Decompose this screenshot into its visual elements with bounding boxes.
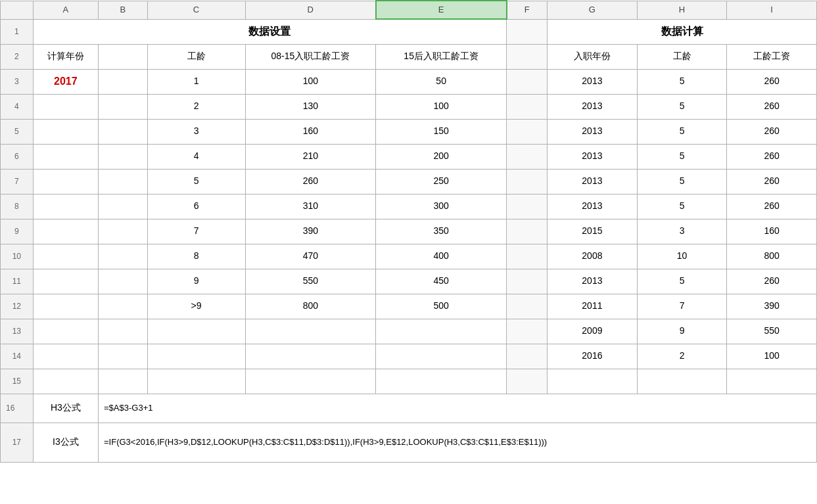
cell-e15[interactable]: [376, 369, 507, 394]
cell-g10[interactable]: 2008: [548, 244, 638, 269]
col-header-d[interactable]: D: [245, 1, 376, 19]
cell-e8[interactable]: 300: [376, 194, 507, 219]
cell-b7[interactable]: [99, 169, 148, 194]
cell-a8[interactable]: [33, 194, 98, 219]
cell-h14[interactable]: 2: [637, 344, 727, 369]
cell-e12[interactable]: 500: [376, 294, 507, 319]
cell-g3[interactable]: 2013: [548, 69, 638, 94]
cell-c7[interactable]: 5: [147, 169, 245, 194]
cell-g7[interactable]: 2013: [548, 169, 638, 194]
cell-e13[interactable]: [376, 319, 507, 344]
cell-b4[interactable]: [99, 94, 148, 119]
cell-e5[interactable]: 150: [376, 119, 507, 144]
cell-i10[interactable]: 800: [727, 244, 817, 269]
cell-a15[interactable]: [33, 369, 98, 394]
cell-a10[interactable]: [33, 244, 98, 269]
cell-c8[interactable]: 6: [147, 194, 245, 219]
cell-b10[interactable]: [99, 244, 148, 269]
cell-e6[interactable]: 200: [376, 144, 507, 169]
col-header-c[interactable]: C: [147, 1, 245, 19]
cell-d8[interactable]: 310: [245, 194, 376, 219]
cell-e4[interactable]: 100: [376, 94, 507, 119]
cell-h12[interactable]: 7: [637, 294, 727, 319]
cell-g14[interactable]: 2016: [548, 344, 638, 369]
cell-i6[interactable]: 260: [727, 144, 817, 169]
cell-d4[interactable]: 130: [245, 94, 376, 119]
cell-d10[interactable]: 470: [245, 244, 376, 269]
cell-e11[interactable]: 450: [376, 269, 507, 294]
cell-b5[interactable]: [99, 119, 148, 144]
cell-e9[interactable]: 350: [376, 219, 507, 244]
cell-g12[interactable]: 2011: [548, 294, 638, 319]
cell-c4[interactable]: 2: [147, 94, 245, 119]
col-header-a[interactable]: A: [33, 1, 98, 19]
cell-c2[interactable]: 工龄: [147, 44, 245, 69]
col-header-h[interactable]: H: [637, 1, 727, 19]
col-header-e[interactable]: E: [376, 1, 507, 19]
cell-g4[interactable]: 2013: [548, 94, 638, 119]
cell-a4[interactable]: [33, 94, 98, 119]
cell-c15[interactable]: [147, 369, 245, 394]
cell-c11[interactable]: 9: [147, 269, 245, 294]
cell-d3[interactable]: 100: [245, 69, 376, 94]
cell-i15[interactable]: [727, 369, 817, 394]
cell-b13[interactable]: [99, 319, 148, 344]
cell-a7[interactable]: [33, 169, 98, 194]
cell-g13[interactable]: 2009: [548, 319, 638, 344]
cell-g5[interactable]: 2013: [548, 119, 638, 144]
cell-c6[interactable]: 4: [147, 144, 245, 169]
cell-g6[interactable]: 2013: [548, 144, 638, 169]
cell-b2[interactable]: [99, 44, 148, 69]
cell-b3[interactable]: [99, 69, 148, 94]
cell-i2[interactable]: 工龄工资: [727, 44, 817, 69]
cell-h9[interactable]: 3: [637, 219, 727, 244]
cell-c3[interactable]: 1: [147, 69, 245, 94]
cell-b6[interactable]: [99, 144, 148, 169]
cell-h4[interactable]: 5: [637, 94, 727, 119]
cell-i4[interactable]: 260: [727, 94, 817, 119]
cell-d5[interactable]: 160: [245, 119, 376, 144]
cell-a6[interactable]: [33, 144, 98, 169]
cell-c14[interactable]: [147, 344, 245, 369]
cell-i11[interactable]: 260: [727, 269, 817, 294]
cell-i3[interactable]: 260: [727, 69, 817, 94]
cell-h15[interactable]: [637, 369, 727, 394]
cell-d7[interactable]: 260: [245, 169, 376, 194]
cell-i12[interactable]: 390: [727, 294, 817, 319]
cell-i5[interactable]: 260: [727, 119, 817, 144]
cell-c5[interactable]: 3: [147, 119, 245, 144]
cell-i14[interactable]: 100: [727, 344, 817, 369]
cell-b14[interactable]: [99, 344, 148, 369]
formula-i3-content[interactable]: =IF(G3<2016,IF(H3>9,D$12,LOOKUP(H3,C$3:C…: [99, 423, 817, 462]
cell-c13[interactable]: [147, 319, 245, 344]
cell-g2[interactable]: 入职年份: [548, 44, 638, 69]
cell-h3[interactable]: 5: [637, 69, 727, 94]
cell-g8[interactable]: 2013: [548, 194, 638, 219]
col-header-i[interactable]: I: [727, 1, 817, 19]
cell-e10[interactable]: 400: [376, 244, 507, 269]
cell-h13[interactable]: 9: [637, 319, 727, 344]
cell-a11[interactable]: [33, 269, 98, 294]
cell-i7[interactable]: 260: [727, 169, 817, 194]
cell-b9[interactable]: [99, 219, 148, 244]
cell-h6[interactable]: 5: [637, 144, 727, 169]
cell-h8[interactable]: 5: [637, 194, 727, 219]
cell-g15[interactable]: [548, 369, 638, 394]
cell-e14[interactable]: [376, 344, 507, 369]
col-header-g[interactable]: G: [548, 1, 638, 19]
cell-h7[interactable]: 5: [637, 169, 727, 194]
cell-d15[interactable]: [245, 369, 376, 394]
cell-g11[interactable]: 2013: [548, 269, 638, 294]
cell-b8[interactable]: [99, 194, 148, 219]
cell-a5[interactable]: [33, 119, 98, 144]
cell-a14[interactable]: [33, 344, 98, 369]
cell-e2[interactable]: 15后入职工龄工资: [376, 44, 507, 69]
cell-d13[interactable]: [245, 319, 376, 344]
cell-h2[interactable]: 工龄: [637, 44, 727, 69]
cell-g9[interactable]: 2015: [548, 219, 638, 244]
cell-b11[interactable]: [99, 269, 148, 294]
cell-d11[interactable]: 550: [245, 269, 376, 294]
cell-d9[interactable]: 390: [245, 219, 376, 244]
cell-i9[interactable]: 160: [727, 219, 817, 244]
cell-h5[interactable]: 5: [637, 119, 727, 144]
